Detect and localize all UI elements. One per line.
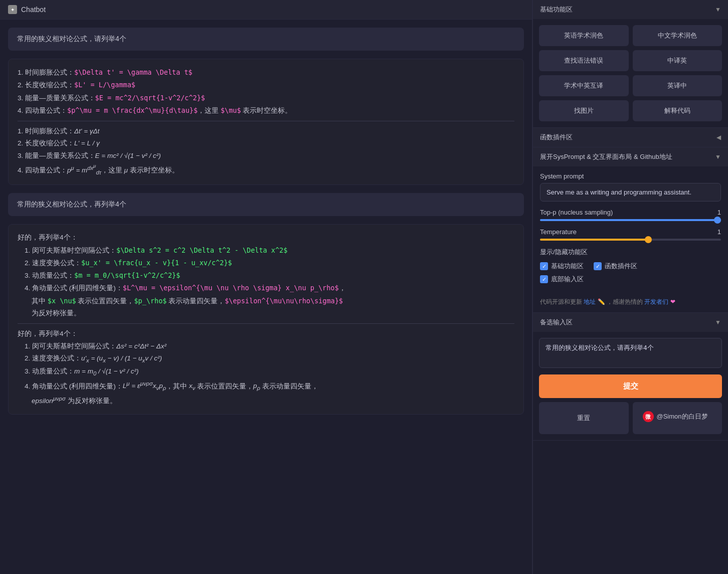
checkbox-basic-box: ✓ bbox=[540, 262, 548, 270]
resp2-intro2: 好的，再列举4个： bbox=[18, 328, 514, 340]
submit-button[interactable]: 提交 bbox=[539, 374, 722, 398]
user-message-1-text: 常用的狭义相对论公式，请列举4个 bbox=[17, 35, 126, 43]
checkbox-plugin-box: ✓ bbox=[594, 262, 602, 270]
formula-latex-4b: $\mu$ bbox=[221, 106, 241, 114]
formula-green-3: $m = m_0/\sqrt{1-v^2/c^2}$ bbox=[74, 271, 180, 279]
formula-green-2: $u_x' = \frac{u_x - v}{1 - u_xv/c^2}$ bbox=[81, 259, 232, 267]
info-text1: 代码开源和更新 bbox=[540, 298, 582, 305]
temperature-value: 1 bbox=[711, 228, 721, 236]
chat-area: 常用的狭义相对论公式，请列举4个 1. 时间膨胀公式：$\Delta t' = … bbox=[0, 20, 532, 574]
reset-button[interactable]: 重置 bbox=[539, 402, 629, 434]
user-message-1: 常用的狭义相对论公式，请列举4个 bbox=[8, 28, 524, 51]
btn-zh-to-en[interactable]: 中译英 bbox=[633, 50, 722, 71]
user-message-2: 常用的狭义相对论公式，再列举4个 bbox=[8, 193, 524, 216]
resp2-r4b: epsilonμνρσ 为反对称张量。 bbox=[18, 393, 514, 407]
resp1-line1: 1. 时间膨胀公式：$\Delta t' = \gamma \Delta t$ bbox=[18, 66, 514, 79]
formula-latex-4: $p^\mu = m \frac{dx^\mu}{d\tau}$ bbox=[67, 106, 198, 114]
temperature-fill bbox=[540, 239, 649, 241]
top-p-row: Top-p (nucleus sampling) 1 bbox=[540, 209, 721, 216]
info-pencil: ✏️ bbox=[598, 298, 605, 305]
formula-latex-2: $L' = L/\gamma$ bbox=[74, 81, 135, 89]
resp2-l4: 4. 角动量公式 (利用四维矢量)：$L^\mu = \epsilon^{\mu… bbox=[18, 282, 514, 294]
info-link[interactable]: 地址 bbox=[584, 298, 596, 305]
checkbox-plugin[interactable]: ✓ 函数插件区 bbox=[594, 262, 637, 271]
plugin-functions-label: 函数插件区 bbox=[540, 133, 573, 142]
heart-icon: ❤ bbox=[670, 298, 675, 305]
alt-input-section: 备选输入区 ▼ 常用的狭义相对论公式，请再列举4个 提交 重置 微 @Simon… bbox=[533, 313, 728, 441]
checkbox-row-1: ✓ 基础功能区 ✓ 函数插件区 bbox=[540, 262, 721, 271]
btn-academic-translate[interactable]: 学术中英互译 bbox=[539, 75, 629, 96]
formula-pink-1: $L^\mu = \epsilon^{\mu \nu \rho \sigma} … bbox=[123, 284, 339, 292]
btn-en-to-zh[interactable]: 英译中 bbox=[633, 75, 722, 96]
top-p-fill bbox=[540, 219, 721, 221]
chatbot-icon: ✦ bbox=[8, 5, 17, 14]
basic-functions-grid: 英语学术润色 中文学术润色 查找语法错误 中译英 学术中英互译 英译中 找图片 … bbox=[533, 19, 728, 127]
top-p-slider[interactable] bbox=[540, 219, 721, 221]
alt-textarea[interactable]: 常用的狭义相对论公式，请再列举4个 bbox=[539, 338, 722, 368]
resp2-l4c: 为反对称张量。 bbox=[18, 307, 514, 319]
checkbox-bottom-box: ✓ bbox=[540, 275, 548, 283]
basic-functions-label: 基础功能区 bbox=[540, 5, 573, 14]
top-p-value: 1 bbox=[711, 209, 721, 216]
alt-input-content: 常用的狭义相对论公式，请再列举4个 提交 重置 微 @Simon的白日梦 bbox=[533, 332, 728, 440]
btn-find-image[interactable]: 找图片 bbox=[539, 100, 629, 121]
info-row: 代码开源和更新 地址 ✏️ ，感谢热情的 开发者们 ❤ bbox=[533, 294, 728, 312]
sysprompt-content: System prompt Serve me as a writing and … bbox=[533, 166, 728, 294]
checkbox-bottom[interactable]: ✓ 底部输入区 bbox=[540, 275, 584, 284]
left-panel: ✦ Chatbot 常用的狭义相对论公式，请列举4个 1. 时间膨胀公式：$\D… bbox=[0, 0, 532, 574]
alt-input-header[interactable]: 备选输入区 ▼ bbox=[533, 313, 728, 332]
resp1-rendered2: 2. 长度收缩公式：L' = L / γ bbox=[18, 137, 514, 149]
formula-green-4a: $x \nu$ bbox=[48, 297, 76, 305]
temperature-thumb bbox=[645, 236, 652, 243]
top-p-thumb bbox=[714, 217, 721, 224]
basic-functions-header[interactable]: 基础功能区 ▼ bbox=[533, 0, 728, 19]
plugin-functions-arrow: ◀ bbox=[716, 134, 721, 141]
resp1-rendered1: 1. 时间膨胀公式：Δt' = γΔt bbox=[18, 125, 514, 137]
checkbox-row-2: ✓ 底部输入区 bbox=[540, 275, 721, 284]
resp1-line4: 4. 四动量公式：$p^\mu = m \frac{dx^\mu}{d\tau}… bbox=[18, 104, 514, 117]
resp2-intro: 好的，再列举4个： bbox=[18, 232, 514, 244]
basic-functions-arrow: ▼ bbox=[715, 6, 721, 13]
btn-grammar-check[interactable]: 查找语法错误 bbox=[539, 50, 629, 71]
bottom-btn-row: 重置 微 @Simon的白日梦 bbox=[539, 402, 722, 434]
formula-green-4b: $p_\rho$ bbox=[134, 297, 166, 305]
watermark: 微 @Simon的白日梦 bbox=[637, 408, 718, 428]
stop-button[interactable]: 微 @Simon的白日梦 bbox=[633, 402, 722, 434]
resp2-r1: 1. 闵可夫斯基时空间隔公式：Δs² = c²Δt² − Δx² bbox=[18, 340, 514, 352]
resp2-r3: 3. 动质量公式：m = m0 / √(1 − v² / c²) bbox=[18, 365, 514, 378]
checkbox-basic[interactable]: ✓ 基础功能区 bbox=[540, 262, 584, 271]
btn-english-polish[interactable]: 英语学术润色 bbox=[539, 25, 629, 46]
btn-chinese-polish[interactable]: 中文学术润色 bbox=[633, 25, 722, 46]
formula-green-1: $\Delta s^2 = c^2 \Delta t^2 - \Delta x^… bbox=[116, 246, 287, 254]
sysprompt-header[interactable]: 展开SysPrompt & 交互界面布局 & Github地址 ▼ bbox=[533, 147, 728, 166]
checkbox-bottom-label: 底部输入区 bbox=[551, 275, 584, 284]
right-panel: 基础功能区 ▼ 英语学术润色 中文学术润色 查找语法错误 中译英 学术中英互译 … bbox=[532, 0, 728, 574]
temperature-slider[interactable] bbox=[540, 239, 721, 241]
resp2-r2: 2. 速度变换公式：u'x = (ux − v) / (1 − uxv / c²… bbox=[18, 352, 514, 365]
info-link2[interactable]: 开发者们 bbox=[644, 298, 668, 305]
weibo-icon: 微 bbox=[643, 411, 654, 422]
assistant-message-2: 好的，再列举4个： 1. 闵可夫斯基时空间隔公式：$\Delta s^2 = c… bbox=[8, 224, 524, 415]
alt-input-label: 备选输入区 bbox=[540, 318, 573, 327]
system-prompt-box[interactable]: Serve me as a writing and programming as… bbox=[540, 183, 721, 202]
watermark-text: @Simon的白日梦 bbox=[657, 412, 708, 421]
plugin-functions-header[interactable]: 函数插件区 ◀ bbox=[533, 128, 728, 147]
resp1-rendered4: 4. 四动量公式：pμ = mdxμdτ，这里 μ 表示时空坐标。 bbox=[18, 162, 514, 177]
formula-pink-2: $\epsilon^{\mu\nu\rho\sigma}$ bbox=[225, 297, 343, 305]
system-prompt-label: System prompt bbox=[540, 172, 721, 180]
basic-functions-section: 基础功能区 ▼ 英语学术润色 中文学术润色 查找语法错误 中译英 学术中英互译 … bbox=[533, 0, 728, 128]
temperature-label: Temperature bbox=[540, 228, 577, 236]
chatbot-title: Chatbot bbox=[21, 6, 46, 14]
alt-input-arrow: ▼ bbox=[715, 319, 721, 326]
resp2-r4: 4. 角动量公式 (利用四维矢量)：Lμ = εμνρσxνpρ，其中 xν 表… bbox=[18, 378, 514, 393]
sysprompt-section: 展开SysPrompt & 交互界面布局 & Github地址 ▼ System… bbox=[533, 147, 728, 313]
resp1-line2: 2. 长度收缩公式：$L' = L/\gamma$ bbox=[18, 79, 514, 91]
btn-explain-code[interactable]: 解释代码 bbox=[633, 100, 722, 121]
top-p-label: Top-p (nucleus sampling) bbox=[540, 209, 613, 216]
resp1-rendered3: 3. 能量—质量关系公式：E = mc² / √(1 − v² / c²) bbox=[18, 150, 514, 162]
resp1-line3: 3. 能量—质量关系公式：$E = mc^2/\sqrt{1-v^2/c^2}$ bbox=[18, 92, 514, 104]
resp2-l3: 3. 动质量公式：$m = m_0/\sqrt{1-v^2/c^2}$ bbox=[18, 269, 514, 282]
sysprompt-expand-label: 展开SysPrompt & 交互界面布局 & Github地址 bbox=[540, 152, 672, 161]
formula-latex-3: $E = mc^2/\sqrt{1-v^2/c^2}$ bbox=[95, 94, 205, 102]
resp2-l4b: 其中 $x \nu$ 表示位置四矢量，$p_\rho$ 表示动量四矢量，$\ep… bbox=[18, 295, 514, 307]
